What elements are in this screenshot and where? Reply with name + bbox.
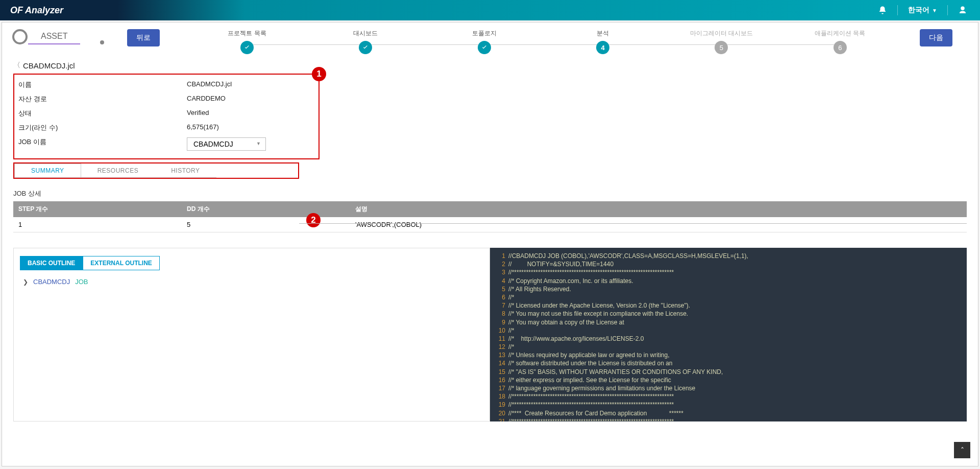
line-text: //**************************************… [508, 417, 674, 421]
code-line: 16//* either express or implied. See the… [490, 376, 967, 384]
line-text: //* [508, 293, 514, 301]
step-0[interactable]: 프로젝트 목록 [188, 29, 306, 54]
line-text: //* Unless required by applicable law or… [508, 351, 670, 359]
step-4[interactable]: 마이그레이터 대시보드5 [662, 29, 780, 54]
step-circle: 4 [596, 41, 609, 54]
bottom-split: BASIC OUTLINE EXTERNAL OUTLINE ❯ CBADMCD… [13, 248, 967, 421]
job-detail-section: JOB 상세 STEP 개수 DD 개수 설명 1 5 'AWSCODR',(C… [13, 189, 967, 232]
code-line: 17//* language governing permissions and… [490, 384, 967, 392]
asset-detail-panel: 1 이름CBADMCDJ.jcl 자산 경로CARDDEMO 상태Verifie… [13, 74, 320, 159]
code-line: 14//* software distributed under the Lic… [490, 359, 967, 367]
job-name-select-wrap[interactable]: CBADMCDJ [187, 137, 266, 151]
col-header-dd: DD 개수 [187, 205, 355, 214]
step-connector [490, 44, 597, 45]
step-connector [727, 44, 834, 45]
tab-basic-outline[interactable]: BASIC OUTLINE [20, 256, 83, 270]
job-table-row: 1 5 'AWSCODR',(COBOL) [13, 217, 967, 232]
check-icon [362, 44, 369, 51]
step-circle [359, 41, 372, 54]
code-line: 3//*************************************… [490, 268, 967, 276]
notification-bell-icon[interactable] [878, 6, 887, 15]
breadcrumb[interactable]: 〈 CBADMCDJ.jcl [2, 58, 978, 73]
step-3[interactable]: 분석4 [544, 29, 662, 54]
detail-label-name: 이름 [18, 80, 187, 89]
tab-resources[interactable]: RESOURCES [81, 163, 155, 178]
line-number: 15 [490, 368, 508, 376]
code-line: 19//************************************… [490, 401, 967, 409]
detail-value-name: CBADMCDJ.jcl [187, 80, 232, 89]
line-text: //* "AS IS" BASIS, WITHOUT WARRANTIES OR… [508, 368, 723, 376]
line-text: //* [508, 343, 514, 351]
line-text: //* Copyright Amazon.com, Inc. or its af… [508, 277, 633, 285]
line-text: //* http://www.apache.org/licenses/LICEN… [508, 335, 644, 343]
line-number: 2 [490, 260, 508, 268]
step-label: 토폴로지 [425, 29, 544, 38]
tabs-divider [299, 223, 967, 224]
asset-circle-icon [12, 29, 28, 44]
line-number: 19 [490, 401, 508, 409]
line-text: //* All Rights Reserved. [508, 285, 571, 293]
line-text: //* Licensed under the Apache License, V… [508, 301, 690, 310]
detail-label-path: 자산 경로 [18, 95, 187, 104]
code-line: 21//************************************… [490, 417, 967, 421]
next-button[interactable]: 다음 [920, 29, 952, 46]
detail-label-status: 상태 [18, 109, 187, 118]
outline-tree-item[interactable]: ❯ CBADMCDJ JOB [20, 276, 483, 287]
brand-suffix: Analyzer [25, 5, 63, 16]
brand-prefix: OF [10, 5, 23, 16]
col-header-step: STEP 개수 [18, 205, 187, 214]
line-text: //* either express or implied. See the L… [508, 376, 671, 384]
tree-item-type: JOB [75, 278, 88, 286]
code-line: 15//* "AS IS" BASIS, WITHOUT WARRANTIES … [490, 368, 967, 376]
language-selector[interactable]: 한국어 ▼ [908, 6, 937, 15]
caret-down-icon: ▼ [932, 8, 937, 13]
scroll-top-button[interactable]: ˄ [954, 442, 970, 458]
code-line: 2// NOTIFY=&SYSUID,TIME=1440 [490, 260, 967, 268]
outline-panel: BASIC OUTLINE EXTERNAL OUTLINE ❯ CBADMCD… [13, 248, 490, 421]
detail-value-size: 6,575(167) [187, 123, 219, 132]
step-2[interactable]: 토폴로지 [425, 29, 544, 54]
tab-history[interactable]: HISTORY [155, 163, 216, 178]
progress-stepper: 프로젝트 목록대시보드토폴로지분석4마이그레이터 대시보드5애플리케이션 목록6 [188, 29, 899, 54]
job-name-select[interactable]: CBADMCDJ [187, 137, 266, 151]
breadcrumb-file: CBADMCDJ.jcl [23, 61, 75, 70]
line-text: // NOTIFY=&SYSUID,TIME=1440 [508, 260, 614, 268]
detail-tabs: SUMMARY RESOURCES HISTORY [13, 162, 299, 179]
step-5[interactable]: 애플리케이션 목록6 [781, 29, 899, 54]
detail-value-path: CARDDEMO [187, 95, 226, 104]
asset-dot-icon [100, 40, 104, 44]
col-header-desc: 설명 [355, 205, 962, 214]
chevron-left-icon: 〈 [13, 61, 20, 70]
code-line: 9//* You may obtain a copy of the Licens… [490, 318, 967, 326]
step-circle [240, 41, 254, 54]
detail-value-status: Verified [187, 109, 209, 118]
line-text: //* language governing permissions and l… [508, 384, 695, 392]
job-detail-title: JOB 상세 [13, 189, 967, 198]
line-number: 4 [490, 277, 508, 285]
back-button[interactable]: 뒤로 [127, 29, 160, 46]
code-line: 5//* All Rights Reserved. [490, 285, 967, 293]
step-connector [609, 44, 716, 45]
tab-summary[interactable]: SUMMARY [14, 163, 81, 178]
language-label: 한국어 [908, 6, 929, 15]
line-text: //**************************************… [508, 401, 674, 409]
annotation-marker-1: 1 [312, 67, 326, 81]
step-connector [253, 44, 360, 45]
step-1[interactable]: 대시보드 [306, 29, 425, 54]
check-icon [243, 44, 251, 51]
code-line: 10//* [490, 326, 967, 335]
brand-logo: OF Analyzer [10, 5, 63, 16]
tab-external-outline[interactable]: EXTERNAL OUTLINE [83, 256, 159, 270]
outline-tabs: BASIC OUTLINE EXTERNAL OUTLINE [20, 256, 483, 270]
line-text: //**************************************… [508, 268, 674, 276]
line-number: 20 [490, 409, 508, 417]
step-label: 애플리케이션 목록 [781, 29, 899, 38]
user-profile-icon[interactable] [958, 6, 967, 15]
step-connector [372, 44, 478, 45]
code-line: 11//* http://www.apache.org/licenses/LIC… [490, 335, 967, 343]
app-header: OF Analyzer 한국어 ▼ [0, 0, 980, 20]
code-viewer[interactable]: 1//CBADMCDJ JOB (COBOL),'AWSCODR',CLASS=… [490, 248, 967, 421]
step-label: 분석 [544, 29, 662, 38]
line-text: //* software distributed under the Licen… [508, 359, 673, 367]
check-icon [481, 44, 488, 51]
